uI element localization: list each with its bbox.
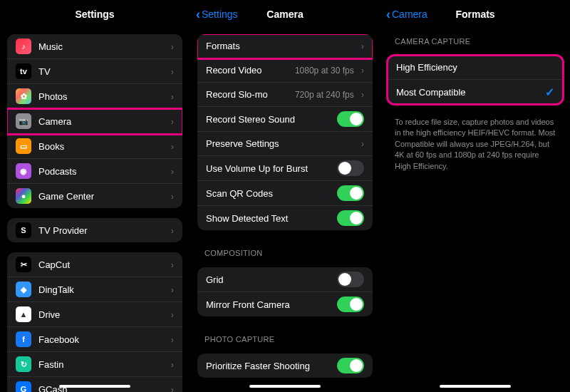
settings-row-prioritize-faster-shooting[interactable]: Prioritize Faster Shooting <box>197 354 373 378</box>
section-footer: Intelligently adapt image quality when r… <box>190 388 380 392</box>
chevron-right-icon: › <box>171 66 174 77</box>
row-label: Music <box>38 41 164 52</box>
settings-row-photos[interactable]: ✿Photos› <box>7 84 182 109</box>
chevron-right-icon: › <box>361 138 364 149</box>
settings-row-dingtalk[interactable]: ◆DingTalk› <box>7 277 182 302</box>
toggle-switch[interactable] <box>337 296 364 312</box>
back-button[interactable]: ‹ Camera <box>386 8 428 21</box>
home-indicator[interactable] <box>440 385 511 388</box>
row-label: Facebook <box>38 334 164 345</box>
gcash-icon: G <box>16 381 31 392</box>
page-title: Settings <box>0 9 190 20</box>
row-label: Photos <box>38 91 164 102</box>
settings-row-preserve-settings[interactable]: Preserve Settings› <box>197 132 373 156</box>
toggle-switch[interactable] <box>337 358 364 373</box>
settings-row-music[interactable]: ♪Music› <box>7 34 182 59</box>
chevron-right-icon: › <box>171 141 174 152</box>
settings-row-tv[interactable]: tvTV› <box>7 59 182 84</box>
settings-row-mirror-front-camera[interactable]: Mirror Front Camera <box>197 292 373 316</box>
toggle-switch[interactable] <box>337 111 364 127</box>
settings-row-tv-provider[interactable]: STV Provider› <box>7 218 182 242</box>
chevron-right-icon: › <box>361 65 364 76</box>
toggle-switch[interactable] <box>337 185 364 201</box>
dingtalk-icon: ◆ <box>16 282 31 297</box>
settings-group: STV Provider› <box>7 218 182 242</box>
row-label: Record Video <box>206 65 288 76</box>
settings-group: Formats›Record Video1080p at 30 fps›Reco… <box>197 34 373 230</box>
settings-row-books[interactable]: ▭Books› <box>7 134 182 159</box>
chevron-right-icon: › <box>361 89 364 100</box>
home-indicator[interactable] <box>249 385 321 388</box>
books-icon: ▭ <box>16 138 31 154</box>
section-footer: To reduce file size, capture photos and … <box>380 114 570 179</box>
chevron-right-icon: › <box>171 116 174 127</box>
toggle-switch[interactable] <box>337 160 364 176</box>
drive-icon: ▲ <box>16 306 31 322</box>
row-label: Books <box>38 141 164 152</box>
chevron-right-icon: › <box>171 309 174 320</box>
row-label: Mirror Front Camera <box>206 299 330 310</box>
row-label: TV <box>38 66 164 77</box>
home-indicator[interactable] <box>59 385 130 388</box>
tvprovider-icon: S <box>16 222 31 238</box>
section-header: PHOTO CAPTURE <box>190 326 380 348</box>
settings-row-game-center[interactable]: ●Game Center› <box>7 184 182 208</box>
row-label: DingTalk <box>38 284 164 295</box>
chevron-right-icon: › <box>171 384 174 393</box>
settings-row-scan-qr-codes[interactable]: Scan QR Codes <box>197 181 373 206</box>
row-label: Prioritize Faster Shooting <box>206 361 330 371</box>
gamecenter-icon: ● <box>16 188 31 204</box>
toggle-switch[interactable] <box>337 272 364 287</box>
settings-row-show-detected-text[interactable]: Show Detected Text <box>197 206 373 230</box>
tv-icon: tv <box>16 63 31 79</box>
settings-row-fastin[interactable]: ↻Fastin› <box>7 352 182 377</box>
podcasts-icon: ◉ <box>16 163 31 179</box>
option-row-most-compatible[interactable]: Most Compatible✓ <box>388 80 563 104</box>
music-icon: ♪ <box>16 38 31 54</box>
section-header: CAMERA CAPTURE <box>380 29 570 50</box>
settings-row-formats[interactable]: Formats› <box>197 34 373 58</box>
chevron-right-icon: › <box>171 225 174 236</box>
settings-row-drive[interactable]: ▲Drive› <box>7 302 182 327</box>
settings-row-record-stereo-sound[interactable]: Record Stereo Sound <box>197 107 373 132</box>
chevron-right-icon: › <box>171 334 174 345</box>
row-label: Camera <box>38 116 164 127</box>
chevron-right-icon: › <box>171 91 174 102</box>
row-label: Record Stereo Sound <box>206 114 330 125</box>
settings-row-use-volume-up-for-burst[interactable]: Use Volume Up for Burst <box>197 156 373 181</box>
settings-row-capcut[interactable]: ✂CapCut› <box>7 252 182 277</box>
camera-icon: 📷 <box>16 113 31 129</box>
settings-row-grid[interactable]: Grid <box>197 267 373 292</box>
settings-row-record-video[interactable]: Record Video1080p at 30 fps› <box>197 58 373 83</box>
settings-row-podcasts[interactable]: ◉Podcasts› <box>7 159 182 184</box>
checkmark-icon: ✓ <box>545 86 554 99</box>
row-label: Scan QR Codes <box>206 188 330 199</box>
chevron-right-icon: › <box>171 359 174 370</box>
chevron-right-icon: › <box>171 284 174 295</box>
camera-settings-panel: ‹ Settings Camera Formats›Record Video10… <box>190 0 380 392</box>
chevron-left-icon: ‹ <box>196 8 200 21</box>
row-label: Record Slo-mo <box>206 89 288 100</box>
nav-bar: ‹ Settings Camera <box>190 0 380 29</box>
row-detail: 1080p at 30 fps <box>295 66 354 76</box>
row-label: Game Center <box>38 191 164 202</box>
row-label: Show Detected Text <box>206 213 330 224</box>
nav-bar: ‹ Camera Formats <box>380 0 570 29</box>
row-label: Formats <box>206 41 354 51</box>
row-label: Preserve Settings <box>206 138 354 149</box>
chevron-right-icon: › <box>171 41 174 52</box>
settings-row-record-slo-mo[interactable]: Record Slo-mo720p at 240 fps› <box>197 83 373 107</box>
row-label: Grid <box>206 274 330 285</box>
toggle-switch[interactable] <box>337 210 364 226</box>
nav-bar: Settings <box>0 0 190 29</box>
capcut-icon: ✂ <box>16 257 31 272</box>
row-label: Most Compatible <box>396 87 538 98</box>
settings-row-camera[interactable]: 📷Camera› <box>7 109 182 134</box>
row-label: Fastin <box>38 359 164 370</box>
settings-row-facebook[interactable]: fFacebook› <box>7 327 182 352</box>
option-row-high-efficiency[interactable]: High Efficiency <box>388 56 563 80</box>
back-button[interactable]: ‹ Settings <box>196 8 238 21</box>
chevron-right-icon: › <box>171 166 174 177</box>
row-label: Drive <box>38 309 164 320</box>
photos-icon: ✿ <box>16 88 31 104</box>
